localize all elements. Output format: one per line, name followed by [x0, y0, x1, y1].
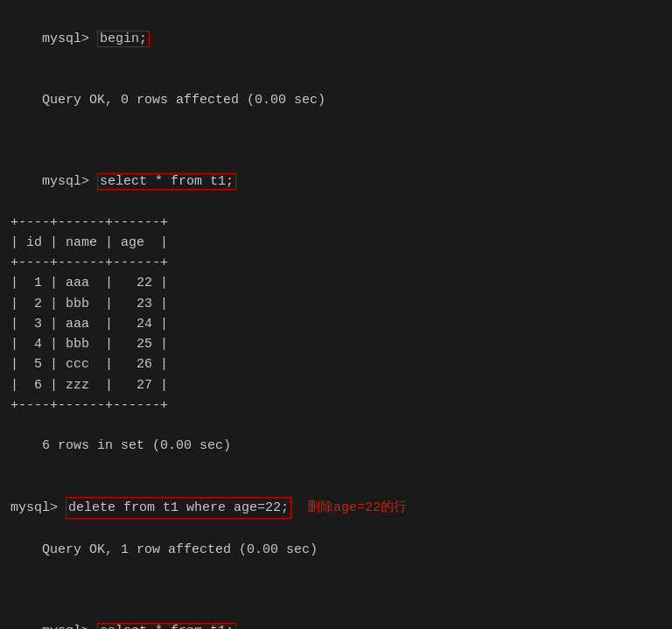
blank-3: [10, 580, 662, 600]
table-row: +----+------+------+: [10, 215, 168, 230]
table-row: | 6 | zzz | 27 |: [10, 378, 168, 393]
table-header-1: | id | name | age |: [10, 233, 662, 253]
line-delete: mysql> delete from t1 where age=22;删除age…: [10, 497, 662, 519]
cmd-select-2: select * from t1;: [97, 623, 236, 630]
table-row-4: | 4 | bbb | 25 |: [10, 334, 662, 354]
line-begin: mysql> begin;: [10, 9, 662, 70]
table-row: | id | name | age |: [10, 235, 168, 250]
table-row: | 1 | aaa | 22 |: [10, 276, 168, 290]
table-row: +----+------+------+: [10, 398, 168, 413]
table-row-1: | 1 | aaa | 22 |: [10, 273, 662, 293]
table-row: +----+------+------+: [10, 255, 168, 270]
table-row-5: | 5 | ccc | 26 |: [10, 354, 662, 374]
line-select-1: mysql> select * from t1;: [10, 151, 662, 213]
annotation-delete: 删除age=22的行: [307, 498, 407, 518]
rows-text-1: 6 rows in set (0.00 sec): [42, 438, 231, 453]
line-select-2: mysql> select * from t1;: [10, 600, 662, 629]
table-row: | 3 | aaa | 24 |: [10, 317, 168, 332]
cmd-delete: delete from t1 where age=22;: [66, 497, 291, 519]
prompt-1: mysql>: [42, 31, 97, 46]
line-query-ok-1: Query OK, 0 rows affected (0.00 sec): [10, 70, 662, 131]
line-query-ok-2: Query OK, 1 row affected (0.00 sec): [10, 519, 662, 580]
prompt-3: mysql>: [10, 498, 66, 518]
cmd-select-1: select * from t1;: [97, 173, 236, 190]
query-ok-1-text: Query OK, 0 rows affected (0.00 sec): [42, 93, 326, 108]
table-row-2: | 2 | bbb | 23 |: [10, 294, 662, 314]
table-row: | 2 | bbb | 23 |: [10, 297, 168, 311]
cmd-begin: begin;: [97, 31, 150, 47]
table-row: | 4 | bbb | 25 |: [10, 337, 168, 352]
table-row: | 5 | ccc | 26 |: [10, 357, 168, 372]
line-6rows: 6 rows in set (0.00 sec): [10, 416, 662, 477]
terminal-window: mysql> begin; Query OK, 0 rows affected …: [10, 9, 662, 629]
table-border-2: +----+------+------+: [10, 253, 662, 273]
prompt-2: mysql>: [42, 174, 97, 189]
blank-1: [10, 131, 662, 151]
prompt-4: mysql>: [42, 624, 97, 630]
table-row-6: | 6 | zzz | 27 |: [10, 375, 662, 395]
query-ok-2-text: Query OK, 1 row affected (0.00 sec): [42, 542, 318, 557]
blank-2: [10, 477, 662, 497]
table-border-3: +----+------+------+: [10, 395, 662, 416]
table-border-1: +----+------+------+: [10, 213, 662, 233]
table-row-3: | 3 | aaa | 24 |: [10, 314, 662, 334]
